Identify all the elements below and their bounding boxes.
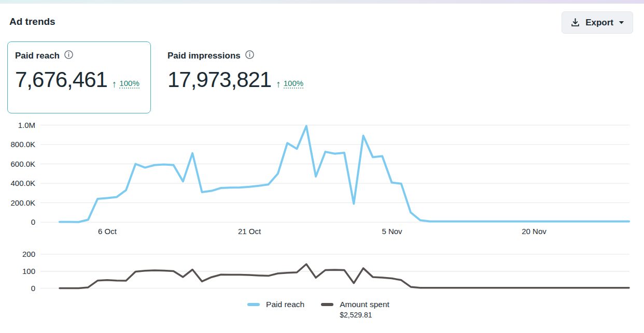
legend-item-paid-reach[interactable]: Paid reach: [247, 300, 304, 319]
amount-spent-total: $2,529.81: [340, 311, 389, 319]
x-tick-label: 5 Nov: [369, 227, 415, 236]
amount-spent-swatch-icon: [321, 303, 333, 306]
paid-reach-chart-plot[interactable]: [40, 125, 629, 223]
x-tick-label: 20 Nov: [511, 227, 557, 236]
y-tick-label: 200: [4, 250, 35, 258]
paid-reach-swatch-icon: [247, 303, 260, 306]
legend-label: Paid reach: [266, 300, 304, 309]
chart-legend: Paid reach Amount spent $2,529.81: [0, 300, 644, 319]
y-tick-label: 0: [4, 284, 35, 293]
y-tick-label: 0: [4, 218, 35, 226]
legend-item-amount-spent[interactable]: Amount spent $2,529.81: [321, 300, 389, 319]
ad-trends-panel: Ad trends Export Paid reach: [0, 0, 644, 333]
y-tick-label: 800.0K: [4, 140, 35, 149]
y-tick-label: 400.0K: [4, 179, 35, 187]
y-tick-label: 200.0K: [4, 198, 35, 207]
y-tick-label: 600.0K: [4, 160, 35, 168]
legend-label: Amount spent: [340, 300, 389, 309]
x-tick-label: 6 Oct: [84, 227, 131, 236]
x-tick-label: 21 Oct: [226, 227, 273, 236]
amount-spent-chart-plot[interactable]: [40, 254, 629, 288]
y-tick-label: 1.0M: [4, 121, 35, 129]
y-tick-label: 100: [4, 267, 35, 276]
